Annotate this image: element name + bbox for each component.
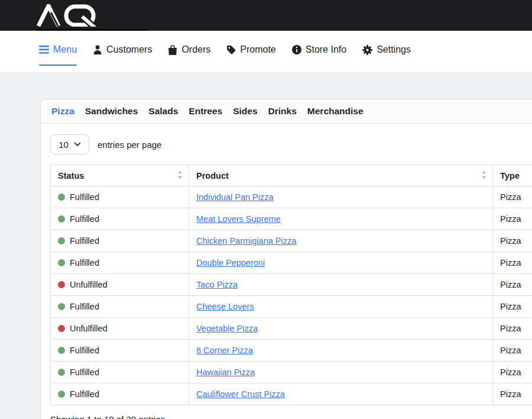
- type-cell: Pizza: [493, 252, 532, 274]
- nav-item-menu[interactable]: Menu: [39, 44, 77, 66]
- status-cell: Fulfilled: [51, 362, 189, 383]
- hamburger-icon: [39, 46, 49, 54]
- primary-nav: Menu Customers Orders Promote: [0, 31, 532, 72]
- category-tabs: PizzaSandwichesSaladsEntreesSidesDrinksM…: [41, 99, 532, 124]
- tab-merchandise[interactable]: Merchandise: [307, 106, 364, 117]
- app-header: [0, 0, 532, 31]
- product-link[interactable]: Hawaiian Pizza: [196, 368, 255, 377]
- info-icon: [292, 45, 301, 54]
- status-cell: Fulfilled: [51, 340, 189, 362]
- tab-drinks[interactable]: Drinks: [268, 106, 297, 117]
- logo-underline-strip: [37, 29, 149, 31]
- type-cell: Pizza: [493, 230, 532, 252]
- table-row: FulfilledIndividual Pan PizzaPizza: [51, 186, 532, 208]
- status-dot-icon: [58, 215, 65, 223]
- sort-icon[interactable]: [481, 170, 486, 181]
- tab-sides[interactable]: Sides: [233, 106, 257, 117]
- type-cell: Pizza: [493, 362, 532, 383]
- main-content: PizzaSandwichesSaladsEntreesSidesDrinksM…: [0, 72, 532, 419]
- table-row: FulfilledCheese LoversPizza: [51, 296, 532, 318]
- bag-icon: [168, 45, 177, 55]
- sort-icon[interactable]: [177, 170, 183, 181]
- nav-item-store-info[interactable]: Store Info: [292, 44, 346, 55]
- table-row: FulfilledCauliflower Crust PizzaPizza: [51, 383, 532, 405]
- status-cell: Fulfilled: [51, 186, 189, 208]
- table-summary: Showing 1 to 10 of 30 entries: [50, 414, 532, 419]
- status-dot-icon: [58, 347, 65, 354]
- status-dot-icon: [58, 281, 65, 288]
- entries-per-page-value: 10: [59, 140, 69, 150]
- product-link[interactable]: Vegetable Pizza: [196, 324, 258, 333]
- status-dot-icon: [58, 303, 65, 310]
- aiq-logo-icon: [37, 4, 100, 27]
- type-cell: Pizza: [493, 340, 532, 362]
- status-dot-icon: [58, 391, 65, 398]
- status-dot-icon: [58, 369, 65, 376]
- column-header-product[interactable]: Product: [189, 165, 493, 186]
- active-nav-underline: [39, 65, 77, 66]
- entries-per-page-label: entries per page: [98, 140, 161, 150]
- product-link[interactable]: Taco Pizza: [196, 280, 238, 289]
- status-cell: Fulfilled: [51, 252, 189, 274]
- page-size-row: 10 entries per page: [50, 134, 532, 154]
- nav-item-customers[interactable]: Customers: [93, 44, 152, 55]
- nav-item-orders[interactable]: Orders: [168, 44, 210, 55]
- product-cell: Double Pepperoni: [189, 252, 493, 274]
- product-cell: Cauliflower Crust Pizza: [189, 383, 493, 405]
- status-dot-icon: [58, 259, 65, 266]
- nav-item-label: Orders: [181, 44, 210, 55]
- table-row: UnfulfilledVegetable PizzaPizza: [51, 318, 532, 340]
- products-table: Status Product Type: [50, 165, 532, 405]
- type-cell: Pizza: [493, 296, 532, 318]
- product-link[interactable]: Individual Pan Pizza: [196, 192, 274, 202]
- nav-item-label: Settings: [377, 44, 411, 55]
- column-header-status[interactable]: Status: [51, 165, 189, 186]
- menu-card-body: 10 entries per page Status: [41, 124, 532, 419]
- status-cell: Fulfilled: [51, 230, 189, 252]
- product-cell: Taco Pizza: [189, 274, 493, 296]
- table-row: UnfulfilledTaco PizzaPizza: [51, 274, 532, 296]
- type-cell: Pizza: [493, 186, 532, 208]
- status-dot-icon: [58, 325, 65, 332]
- status-dot-icon: [58, 194, 65, 201]
- status-dot-icon: [58, 237, 65, 244]
- table-header-row: Status Product Type: [51, 165, 532, 186]
- product-link[interactable]: 8 Corner Pizza: [196, 346, 253, 355]
- column-header-type[interactable]: Type: [493, 165, 532, 186]
- tab-sandwiches[interactable]: Sandwiches: [85, 106, 138, 117]
- product-link[interactable]: Meat Lovers Supreme: [196, 214, 281, 224]
- entries-per-page-select[interactable]: 10: [50, 134, 89, 154]
- product-link[interactable]: Chicken Parmigiana Pizza: [196, 236, 296, 246]
- product-link[interactable]: Cheese Lovers: [196, 302, 254, 311]
- person-icon: [93, 45, 102, 54]
- status-cell: Fulfilled: [51, 208, 189, 230]
- nav-item-label: Menu: [53, 44, 77, 55]
- product-cell: Cheese Lovers: [189, 296, 493, 318]
- product-cell: Hawaiian Pizza: [189, 362, 493, 383]
- product-cell: 8 Corner Pizza: [189, 340, 493, 362]
- tab-entrees[interactable]: Entrees: [189, 106, 222, 117]
- menu-card: PizzaSandwichesSaladsEntreesSidesDrinksM…: [40, 99, 532, 419]
- tab-pizza[interactable]: Pizza: [51, 106, 74, 117]
- nav-item-label: Store Info: [306, 44, 346, 55]
- product-cell: Meat Lovers Supreme: [189, 208, 493, 230]
- type-cell: Pizza: [493, 383, 532, 405]
- nav-item-label: Customers: [106, 44, 152, 55]
- chevron-down-icon: [74, 142, 81, 147]
- table-row: Fulfilled8 Corner PizzaPizza: [51, 340, 532, 362]
- status-cell: Unfulfilled: [51, 318, 189, 340]
- table-row: FulfilledDouble PepperoniPizza: [51, 252, 532, 274]
- product-cell: Chicken Parmigiana Pizza: [189, 230, 493, 252]
- type-cell: Pizza: [493, 208, 532, 230]
- nav-item-settings[interactable]: Settings: [362, 44, 411, 55]
- product-link[interactable]: Cauliflower Crust Pizza: [196, 389, 285, 399]
- table-row: FulfilledChicken Parmigiana PizzaPizza: [51, 230, 532, 252]
- aiq-logo[interactable]: [37, 4, 100, 28]
- table-row: FulfilledMeat Lovers SupremePizza: [51, 208, 532, 230]
- tab-salads[interactable]: Salads: [148, 106, 178, 117]
- table-row: FulfilledHawaiian PizzaPizza: [51, 362, 532, 383]
- nav-item-promote[interactable]: Promote: [226, 44, 275, 55]
- type-cell: Pizza: [493, 318, 532, 340]
- status-cell: Fulfilled: [51, 383, 189, 405]
- product-link[interactable]: Double Pepperoni: [196, 258, 265, 267]
